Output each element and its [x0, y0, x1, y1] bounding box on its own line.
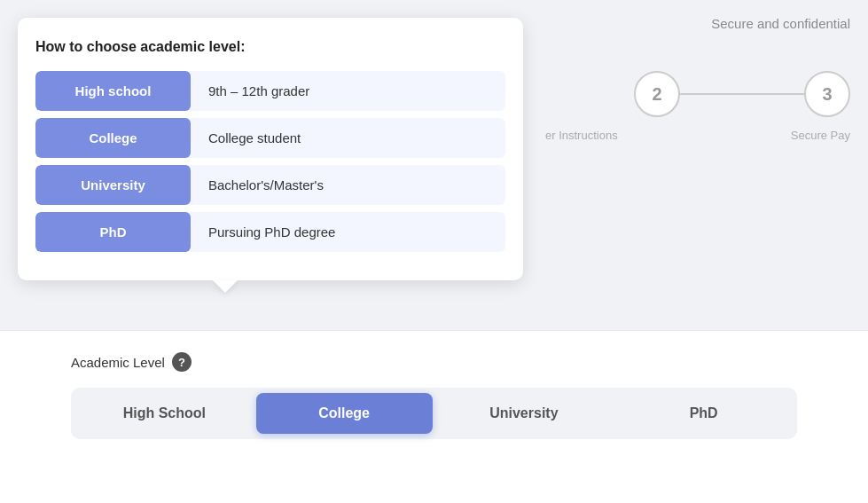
bottom-section: Academic Level ? High School College Uni… — [0, 330, 868, 503]
level-desc-phd: Pursuing PhD degree — [191, 212, 505, 252]
tooltip-card: How to choose academic level: High schoo… — [18, 18, 523, 280]
level-btn-university[interactable]: University — [436, 393, 613, 434]
step-line — [680, 93, 804, 95]
level-badge-university: University — [35, 165, 191, 205]
level-badge-highschool: High school — [35, 71, 191, 111]
level-badge-phd: PhD — [35, 212, 191, 252]
level-desc-university: Bachelor's/Master's — [191, 165, 505, 205]
secure-text: Secure and confidential — [711, 16, 850, 31]
steps-container: 2 3 — [634, 71, 850, 117]
step-2-circle: 2 — [634, 71, 680, 117]
step-3-label: Secure Pay — [791, 129, 850, 142]
step-3-circle: 3 — [804, 71, 850, 117]
step-2-label: er Instructions — [545, 129, 618, 142]
level-row-university: University Bachelor's/Master's — [35, 165, 505, 205]
step-labels: er Instructions Secure Pay — [545, 129, 850, 142]
level-btn-highschool[interactable]: High School — [76, 393, 253, 434]
level-btn-phd[interactable]: PhD — [615, 393, 792, 434]
level-row-college: College College student — [35, 118, 505, 158]
level-btn-college[interactable]: College — [256, 393, 433, 434]
help-icon[interactable]: ? — [172, 352, 192, 372]
level-desc-highschool: 9th – 12th grader — [191, 71, 505, 111]
level-row-phd: PhD Pursuing PhD degree — [35, 212, 505, 252]
academic-level-label: Academic Level ? — [71, 352, 797, 372]
level-desc-college: College student — [191, 118, 505, 158]
level-badge-college: College — [35, 118, 191, 158]
level-buttons: High School College University PhD — [71, 388, 797, 439]
level-row-highschool: High school 9th – 12th grader — [35, 71, 505, 111]
academic-level-text: Academic Level — [71, 355, 165, 370]
tooltip-title: How to choose academic level: — [35, 39, 505, 55]
